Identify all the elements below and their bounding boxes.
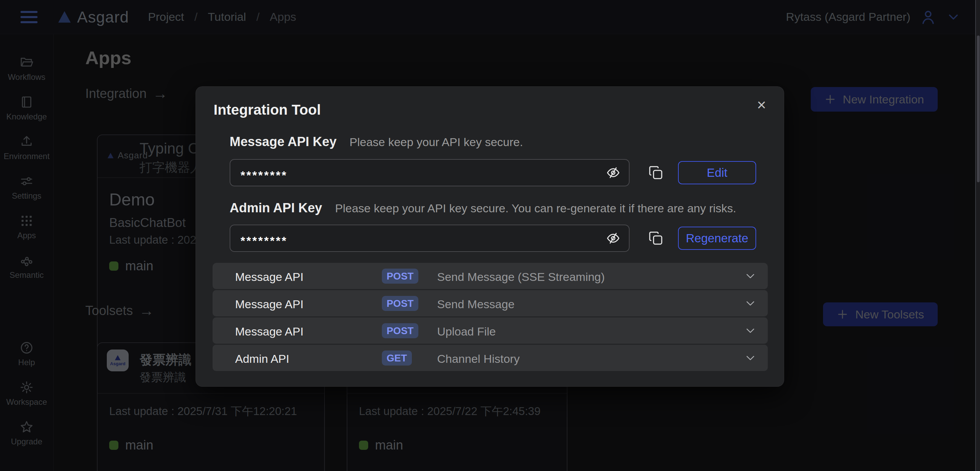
method-badge: GET <box>382 350 412 366</box>
scrollbar-thumb[interactable] <box>977 35 980 182</box>
method-badge: POST <box>382 296 418 311</box>
message-api-key-hint: Please keep your API key secure. <box>349 135 523 149</box>
admin-api-key-input-wrap <box>230 224 630 252</box>
api-endpoint: Channel History <box>437 352 520 366</box>
regenerate-button[interactable]: Regenerate <box>678 227 756 250</box>
message-api-key-label: Message API Key <box>230 134 336 149</box>
eye-off-icon[interactable] <box>606 165 621 180</box>
modal-title: Integration Tool <box>213 102 321 118</box>
method-badge: POST <box>382 269 418 283</box>
message-api-key-header: Message API Key Please keep your API key… <box>230 134 523 149</box>
eye-off-icon[interactable] <box>606 231 621 246</box>
api-endpoint: Upload File <box>437 325 496 338</box>
api-name: Message API <box>235 271 303 283</box>
admin-api-key-input[interactable] <box>230 224 630 252</box>
method-badge: POST <box>382 323 418 338</box>
api-endpoint: Send Message <box>437 298 515 311</box>
chevron-down-icon[interactable] <box>745 352 756 364</box>
admin-api-key-header: Admin API Key Please keep your API key s… <box>230 200 737 215</box>
chevron-down-icon[interactable] <box>745 298 756 309</box>
integration-tool-modal: Integration Tool × Message API Key Pleas… <box>196 86 784 387</box>
copy-icon[interactable] <box>648 165 664 181</box>
message-api-key-row: Edit <box>230 159 756 186</box>
api-name: Admin API <box>235 352 290 366</box>
api-name: Message API <box>235 298 303 311</box>
api-row-upload-file[interactable]: Message API POST Upload File <box>213 317 768 344</box>
admin-api-key-row: Regenerate <box>230 224 756 252</box>
copy-icon[interactable] <box>648 231 664 246</box>
api-name: Message API <box>235 325 303 338</box>
chevron-down-icon[interactable] <box>745 325 756 337</box>
api-row-send-message-sse[interactable]: Message API POST Send Message (SSE Strea… <box>213 263 768 289</box>
api-row-channel-history[interactable]: Admin API GET Channel History <box>213 345 768 371</box>
edit-button[interactable]: Edit <box>678 161 756 184</box>
message-api-key-input[interactable] <box>230 159 630 186</box>
page-scrollbar[interactable] <box>975 0 980 471</box>
message-api-key-input-wrap <box>230 159 630 186</box>
api-endpoint: Send Message (SSE Streaming) <box>437 271 605 283</box>
close-icon[interactable]: × <box>754 94 769 115</box>
admin-api-key-label: Admin API Key <box>230 200 322 215</box>
api-row-send-message[interactable]: Message API POST Send Message <box>213 290 768 317</box>
chevron-down-icon[interactable] <box>745 271 756 282</box>
admin-api-key-hint: Please keep your API key secure. You can… <box>335 202 737 215</box>
api-endpoint-list: Message API POST Send Message (SSE Strea… <box>213 263 768 371</box>
